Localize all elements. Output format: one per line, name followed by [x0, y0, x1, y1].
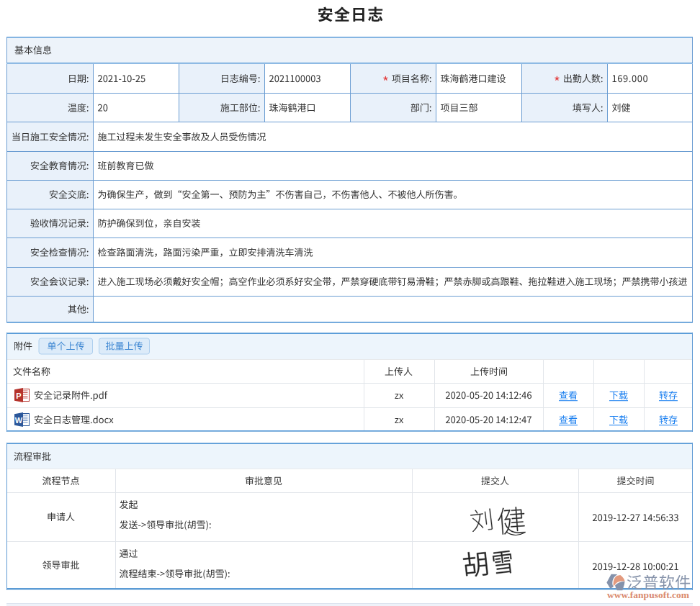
- svg-text:www.fanpusoft.com: www.fanpusoft.com: [607, 589, 690, 600]
- svg-text:P: P: [16, 392, 21, 400]
- svg-text:W: W: [15, 416, 23, 425]
